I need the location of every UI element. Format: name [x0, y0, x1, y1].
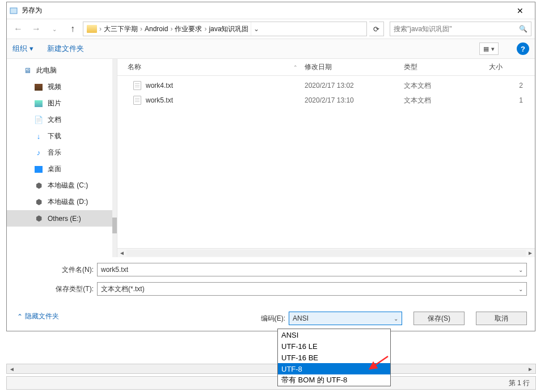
nav-row: ← → ⌄ ↑ › 大三下学期 › Android › 作业要求 › java知… [7, 19, 535, 39]
pictures-icon [34, 99, 43, 108]
sidebar-disk-d[interactable]: ⬢本地磁盘 (D:) [7, 194, 117, 210]
cancel-button[interactable]: 取消 [476, 312, 527, 325]
dialog-body: 🖥此电脑 视频 图片 📄文档 ↓下载 ♪音乐 桌面 ⬢本地磁盘 (C:) ⬢本地… [7, 59, 535, 257]
chevron-down-icon: ⌄ [518, 267, 523, 273]
col-type[interactable]: 类型 [404, 62, 489, 72]
folder-icon [87, 25, 97, 33]
app-icon [9, 6, 18, 15]
file-icon [133, 96, 141, 105]
sidebar-disk-c[interactable]: ⬢本地磁盘 (C:) [7, 177, 117, 194]
document-icon: 📄 [34, 116, 43, 125]
titlebar: 另存为 ✕ [7, 2, 535, 19]
video-icon [34, 83, 43, 92]
savetype-field[interactable]: 文本文档(*.txt)⌄ [97, 282, 527, 296]
help-button[interactable]: ? [517, 42, 529, 55]
crumb-1[interactable]: Android [142, 25, 170, 33]
file-row[interactable]: work4.txt 2020/2/17 13:02 文本文档 2 [117, 78, 535, 93]
window-title: 另存为 [22, 6, 507, 15]
col-name[interactable]: 名称⌃ [117, 62, 305, 72]
status-line: 第 1 行 [503, 378, 535, 388]
sidebar-pictures[interactable]: 图片 [7, 95, 117, 112]
disk-icon: ⬢ [34, 181, 43, 190]
sidebar-scroll-thumb[interactable] [112, 218, 117, 233]
status-bar: 第 1 行 [6, 376, 536, 390]
scroll-left-icon[interactable]: ◄ [117, 250, 126, 256]
organize-button[interactable]: 组织 ▾ [12, 44, 33, 54]
crumb-0[interactable]: 大三下学期 [102, 24, 140, 34]
refresh-button[interactable]: ⟳ [369, 22, 384, 36]
scroll-right-icon[interactable]: ► [525, 364, 535, 373]
newfolder-button[interactable]: 新建文件夹 [47, 44, 84, 54]
recent-dropdown[interactable]: ⌄ [47, 21, 62, 37]
sidebar-music[interactable]: ♪音乐 [7, 144, 117, 161]
file-list: work4.txt 2020/2/17 13:02 文本文档 2 work5.t… [117, 76, 535, 248]
crumb-3[interactable]: java知识巩固 [206, 24, 251, 34]
column-header: 名称⌃ 修改日期 类型 大小 [117, 59, 535, 76]
disk-icon: ⬢ [34, 214, 43, 223]
filename-label: 文件名(N): [15, 265, 97, 275]
up-button[interactable]: ↑ [65, 21, 81, 37]
music-icon: ♪ [34, 148, 43, 157]
encoding-option[interactable]: UTF-8 [278, 363, 390, 374]
encoding-option[interactable]: UTF-16 BE [278, 352, 390, 363]
save-button[interactable]: 保存(S) [413, 312, 465, 325]
encoding-label: 编码(E): [261, 312, 285, 325]
sort-caret-icon: ⌃ [293, 65, 298, 70]
encoding-option[interactable]: 带有 BOM 的 UTF-8 [278, 374, 390, 386]
col-date[interactable]: 修改日期 [305, 62, 404, 72]
search-input[interactable]: 搜索"java知识巩固" 🔍 [390, 22, 531, 36]
disk-icon: ⬢ [34, 198, 43, 207]
scroll-left-icon[interactable]: ◄ [7, 364, 17, 373]
sidebar-this-pc[interactable]: 🖥此电脑 [7, 62, 117, 79]
breadcrumb[interactable]: › 大三下学期 › Android › 作业要求 › java知识巩固 ⌄ [83, 22, 367, 36]
desktop-icon [34, 165, 43, 174]
sidebar: 🖥此电脑 视频 图片 📄文档 ↓下载 ♪音乐 桌面 ⬢本地磁盘 (C:) ⬢本地… [7, 59, 117, 257]
encoding-option[interactable]: UTF-16 LE [278, 340, 390, 352]
close-button[interactable]: ✕ [507, 3, 533, 19]
crumb-2[interactable]: 作业要求 [172, 24, 204, 34]
file-hscroll[interactable]: ◄ ► [117, 248, 535, 257]
save-as-dialog: 另存为 ✕ ← → ⌄ ↑ › 大三下学期 › Android › 作业要求 ›… [6, 2, 535, 331]
sidebar-documents[interactable]: 📄文档 [7, 112, 117, 128]
pc-icon: 🖥 [23, 66, 32, 75]
breadcrumb-dropdown[interactable]: ⌄ [251, 22, 261, 36]
encoding-option[interactable]: ANSI [278, 329, 390, 340]
back-button[interactable]: ← [10, 21, 26, 37]
sidebar-desktop[interactable]: 桌面 [7, 161, 117, 177]
savetype-label: 保存类型(T): [15, 284, 97, 294]
bottom-panel: 文件名(N): work5.txt⌄ 保存类型(T): 文本文档(*.txt)⌄… [7, 257, 535, 331]
file-area: 名称⌃ 修改日期 类型 大小 work4.txt 2020/2/17 13:02… [117, 59, 535, 257]
encoding-dropdown: ANSI UTF-16 LE UTF-16 BE UTF-8 带有 BOM 的 … [277, 329, 391, 386]
forward-button[interactable]: → [28, 21, 44, 37]
search-icon: 🔍 [519, 25, 527, 33]
download-icon: ↓ [34, 132, 43, 141]
file-row[interactable]: work5.txt 2020/2/17 13:10 文本文档 1 [117, 93, 535, 108]
chevron-down-icon: ⌄ [394, 316, 398, 322]
chevron-up-icon: ⌃ [17, 313, 23, 321]
filename-field[interactable]: work5.txt⌄ [97, 263, 527, 276]
sidebar-downloads[interactable]: ↓下载 [7, 128, 117, 144]
editor-hscroll[interactable]: ◄ ► [6, 364, 536, 374]
svg-rect-0 [10, 8, 17, 14]
view-button[interactable]: ▦ ▾ [479, 42, 499, 55]
search-placeholder: 搜索"java知识巩固" [394, 24, 452, 34]
chevron-down-icon: ⌄ [518, 286, 523, 292]
hide-folders-toggle[interactable]: ⌃隐藏文件夹 [15, 312, 59, 321]
file-icon [133, 81, 141, 90]
col-size[interactable]: 大小 [489, 62, 523, 72]
toolbar: 组织 ▾ 新建文件夹 ▦ ▾ ? [7, 39, 535, 59]
encoding-field[interactable]: ANSI⌄ [289, 312, 402, 325]
sidebar-disk-e[interactable]: ⬢Others (E:) [7, 210, 117, 227]
scroll-right-icon[interactable]: ► [526, 250, 535, 256]
sidebar-video[interactable]: 视频 [7, 79, 117, 95]
